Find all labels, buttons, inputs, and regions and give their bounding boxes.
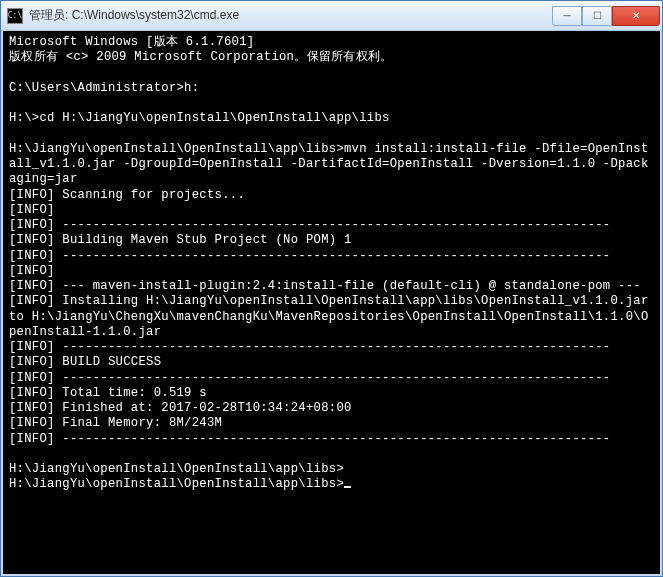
- console-info: [INFO] Final Memory: 8M/243M: [9, 416, 222, 430]
- maximize-button[interactable]: ☐: [582, 6, 612, 26]
- console-line: Microsoft Windows [版本 6.1.7601]: [9, 35, 254, 49]
- console-info: [INFO] --- maven-install-plugin:2.4:inst…: [9, 279, 641, 293]
- console-separator: [INFO] ---------------------------------…: [9, 218, 610, 232]
- console-separator: [INFO] ---------------------------------…: [9, 249, 610, 263]
- cursor-icon: [344, 486, 351, 488]
- titlebar[interactable]: C:\ 管理员: C:\Windows\system32\cmd.exe ─ ☐…: [1, 1, 662, 31]
- console-info: [INFO] Building Maven Stub Project (No P…: [9, 233, 352, 247]
- console-info: [INFO] Scanning for projects...: [9, 188, 245, 202]
- cmd-window: C:\ 管理员: C:\Windows\system32\cmd.exe ─ ☐…: [0, 0, 663, 577]
- console-line: 版权所有 <c> 2009 Microsoft Corporation。保留所有…: [9, 50, 393, 64]
- console-prompt: C:\Users\Administrator>h:: [9, 81, 199, 95]
- console-info: [INFO] Total time: 0.519 s: [9, 386, 207, 400]
- close-button[interactable]: ✕: [612, 6, 660, 26]
- minimize-button[interactable]: ─: [552, 6, 582, 26]
- console-prompt: H:\JiangYu\openInstall\OpenInstall\app\l…: [9, 462, 344, 476]
- console-success: [INFO] BUILD SUCCESS: [9, 355, 161, 369]
- console-info: [INFO]: [9, 264, 55, 278]
- console-info: [INFO] Installing H:\JiangYu\openInstall…: [9, 294, 656, 339]
- console-prompt: H:\>cd H:\JiangYu\openInstall\OpenInstal…: [9, 111, 390, 125]
- console-separator: [INFO] ---------------------------------…: [9, 432, 610, 446]
- console-separator: [INFO] ---------------------------------…: [9, 371, 610, 385]
- console-prompt: H:\JiangYu\openInstall\OpenInstall\app\l…: [9, 477, 344, 491]
- console-info: [INFO]: [9, 203, 55, 217]
- console-command: H:\JiangYu\openInstall\OpenInstall\app\l…: [9, 142, 649, 187]
- console-separator: [INFO] ---------------------------------…: [9, 340, 610, 354]
- window-title: 管理员: C:\Windows\system32\cmd.exe: [29, 7, 552, 24]
- cmd-icon: C:\: [7, 8, 23, 24]
- console-output[interactable]: Microsoft Windows [版本 6.1.7601] 版权所有 <c>…: [1, 31, 662, 576]
- window-controls: ─ ☐ ✕: [552, 6, 660, 26]
- console-info: [INFO] Finished at: 2017-02-28T10:34:24+…: [9, 401, 352, 415]
